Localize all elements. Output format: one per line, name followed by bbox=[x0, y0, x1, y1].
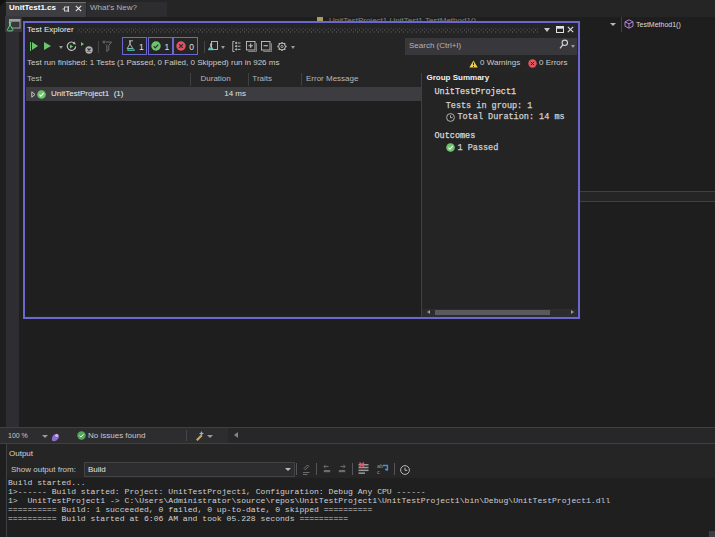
svg-text:c: c bbox=[377, 469, 380, 475]
